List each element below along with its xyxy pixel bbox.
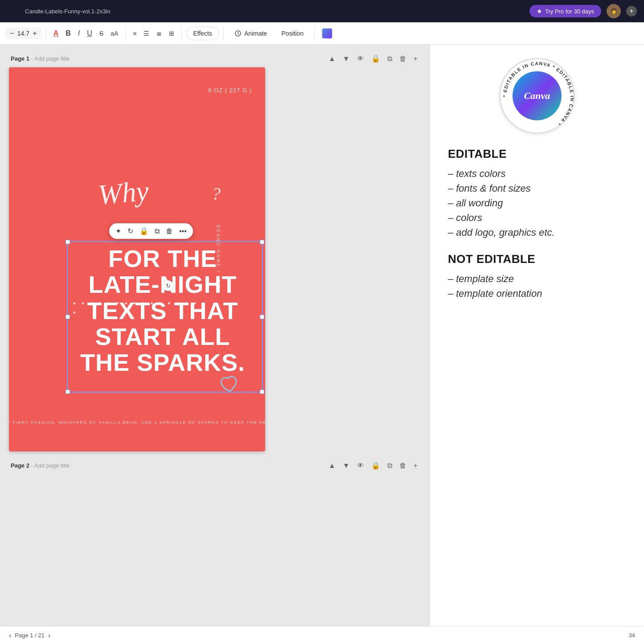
align-icon: ≡ xyxy=(133,30,136,37)
editable-item-2: – fonts & font sizes xyxy=(448,181,626,196)
page1-lock-button[interactable]: 🔒 xyxy=(369,53,382,64)
align-button[interactable]: ≡ xyxy=(130,28,139,39)
position-button[interactable]: Position xyxy=(275,27,310,40)
canvas-area[interactable]: Page 1 - Add page title ▲ ▼ 👁 🔒 ⧉ 🗑 + xyxy=(0,45,430,644)
editable-item-3: – all wording xyxy=(448,196,626,210)
strikethrough-icon: S xyxy=(99,30,103,37)
font-size-minus-button[interactable]: − xyxy=(9,29,15,37)
strikethrough-button[interactable]: S xyxy=(97,28,106,39)
editable-item-4: – colors xyxy=(448,210,626,225)
page1-controls: ▲ ▼ 👁 🔒 ⧉ 🗑 + xyxy=(327,53,419,64)
page1-add-title[interactable]: - Add page title xyxy=(31,55,70,62)
animate-button[interactable]: Animate xyxy=(228,27,273,40)
page1-duplicate-button[interactable]: ⧉ xyxy=(386,54,394,64)
bold-icon: B xyxy=(66,29,71,37)
page2-controls: ▲ ▼ 👁 🔒 ⧉ 🗑 + xyxy=(327,460,419,471)
page2-header: Page 2 - Add page title ▲ ▼ 👁 🔒 ⧉ 🗑 + xyxy=(9,460,421,471)
pro-button[interactable]: ★ Try Pro for 30 days xyxy=(529,5,601,17)
selection-handle-tr[interactable] xyxy=(260,240,264,244)
float-delete-button[interactable]: 🗑 xyxy=(165,226,174,236)
badge-ring-svg: * EDITABLE IN CANVA * EDITABLE IN CANVA … xyxy=(500,59,576,135)
handwritten-question: ? xyxy=(212,183,221,204)
file-name: Candle-Labels-Funny-vol.1-2x3in xyxy=(25,8,111,15)
page1-header: Page 1 - Add page title ▲ ▼ 👁 🔒 ⧉ 🗑 + xyxy=(9,53,421,64)
page2-up-button[interactable]: ▲ xyxy=(327,461,337,471)
italic-button[interactable]: I xyxy=(75,28,82,39)
case-icon: aA xyxy=(111,30,118,37)
page1-down-button[interactable]: ▼ xyxy=(341,54,352,64)
page1-hide-button[interactable]: 👁 xyxy=(355,54,366,64)
page2-add-button[interactable]: + xyxy=(412,461,419,471)
toolbar-divider-3 xyxy=(181,27,182,40)
page1-up-button[interactable]: ▲ xyxy=(327,54,337,64)
page1-delete-button[interactable]: 🗑 xyxy=(398,54,408,64)
selection-handle-tl[interactable] xyxy=(66,240,70,244)
toolbar-divider-1 xyxy=(46,27,46,40)
list2-icon: ≣ xyxy=(156,30,162,37)
selection-handle-mr[interactable] xyxy=(260,315,264,319)
case-button[interactable]: aA xyxy=(108,28,121,39)
editable-item-1: – texts colors xyxy=(448,166,626,181)
text-color-icon: A xyxy=(53,29,59,37)
page2-delete-button[interactable]: 🗑 xyxy=(398,461,408,471)
page-label: Page 1 / 21 xyxy=(15,632,45,639)
page-next-button[interactable]: › xyxy=(48,632,50,640)
bottom-text: A DASH OF FIERY PASSION, WHISPERS OF VAN… xyxy=(9,420,265,425)
animate-icon xyxy=(234,30,242,37)
canvas-page-1[interactable]: 8 OZ ( 227 G ) Why ✦ ↻ 🔒 xyxy=(9,67,265,451)
top-navigation: Candle-Labels-Funny-vol.1-2x3in ★ Try Pr… xyxy=(0,0,644,22)
avatar[interactable]: 👩 xyxy=(607,4,621,18)
float-ai-button[interactable]: ✦ xyxy=(115,226,122,236)
refresh-icon: ↻ xyxy=(127,227,133,235)
page2-duplicate-button[interactable]: ⧉ xyxy=(386,461,394,471)
editable-section: EDITABLE – texts colors – fonts & font s… xyxy=(448,147,626,240)
list2-button[interactable]: ≣ xyxy=(154,28,164,39)
toolbar-divider-4 xyxy=(223,27,224,40)
rotate-handle[interactable]: ↻ xyxy=(163,280,173,291)
grid-icon: ⊞ xyxy=(169,30,174,37)
font-size-control: − 14.7 + xyxy=(5,28,41,39)
heart-doodle xyxy=(218,374,240,400)
float-lock-button[interactable]: 🔒 xyxy=(139,226,149,236)
text-color-button[interactable]: A xyxy=(51,28,62,39)
float-copy-button[interactable]: ⧉ xyxy=(154,226,160,236)
list-button[interactable]: ☰ xyxy=(141,28,152,39)
editable-item-5: – add logo, graphics etc. xyxy=(448,225,626,240)
add-account-button[interactable]: + xyxy=(626,6,637,16)
floating-toolbar: ✦ ↻ 🔒 ⧉ 🗑 xyxy=(109,223,193,239)
page-indicator: ‹ Page 1 / 21 › xyxy=(9,632,50,640)
page1-add-button[interactable]: + xyxy=(412,54,419,64)
float-refresh-button[interactable]: ↻ xyxy=(127,226,134,236)
selection-handle-br[interactable] xyxy=(260,390,264,394)
page-number: 34 xyxy=(629,632,635,639)
grid-button[interactable]: ⊞ xyxy=(166,28,177,39)
font-size-value: 14.7 xyxy=(16,30,30,37)
bold-button[interactable]: B xyxy=(63,28,74,39)
page2-add-title[interactable]: - Add page title xyxy=(31,462,70,469)
color-palette-button[interactable] xyxy=(319,26,335,41)
effects-button[interactable]: Effects xyxy=(186,27,219,40)
brand-vertical-label: BRAND NAME / LOGO xyxy=(216,225,221,294)
underline-button[interactable]: U xyxy=(84,28,95,39)
page-prev-button[interactable]: ‹ xyxy=(9,632,11,640)
selection-handle-ml[interactable] xyxy=(66,315,70,319)
page2-down-button[interactable]: ▼ xyxy=(341,461,352,471)
star-icon: ★ xyxy=(537,8,542,15)
canva-badge: * EDITABLE IN CANVA * EDITABLE IN CANVA … xyxy=(499,58,575,134)
not-editable-section: NOT EDITABLE – template size – template … xyxy=(448,252,626,301)
page1-section: Page 1 - Add page title ▲ ▼ 👁 🔒 ⧉ 🗑 + xyxy=(9,53,421,451)
font-size-plus-button[interactable]: + xyxy=(32,29,37,37)
selection-handle-bl[interactable] xyxy=(66,390,70,394)
handwritten-why[interactable]: Why xyxy=(97,176,150,209)
text-toolbar: − 14.7 + A B I U S aA ≡ ☰ ≣ ⊞ Effects xyxy=(0,22,644,45)
underline-icon: U xyxy=(87,29,92,37)
canvas-page-2[interactable] xyxy=(9,474,265,510)
not-editable-item-2: – template orientation xyxy=(448,286,626,301)
float-more-button[interactable]: ••• xyxy=(178,226,188,236)
dotted-line: • • • • • • • • • • • • • • • • xyxy=(73,299,201,318)
page2-hide-button[interactable]: 👁 xyxy=(355,461,366,471)
editable-title: EDITABLE xyxy=(448,147,626,161)
page2-lock-button[interactable]: 🔒 xyxy=(369,460,382,471)
more-icon: ••• xyxy=(179,227,187,235)
list-icon: ☰ xyxy=(144,30,149,37)
